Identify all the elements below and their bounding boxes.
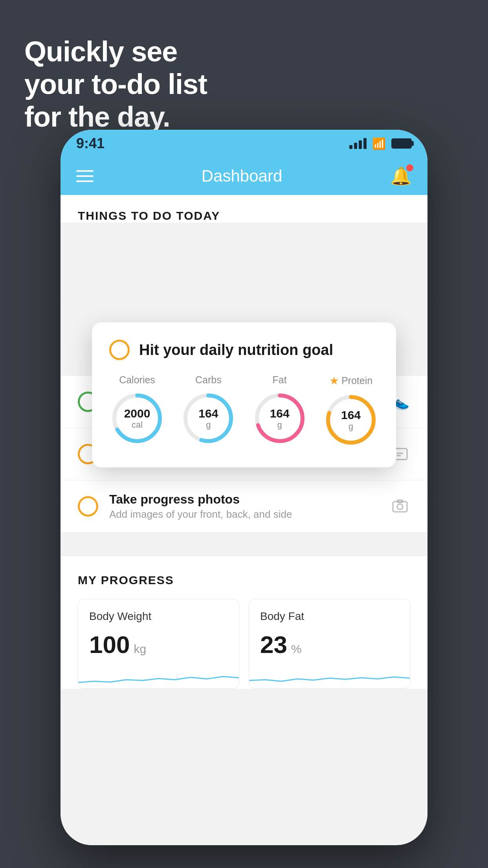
menu-button[interactable] — [76, 170, 94, 182]
body-fat-card[interactable]: Body Fat 23 % — [249, 599, 410, 689]
fat-value: 164 g — [270, 407, 290, 430]
card-title: Hit your daily nutrition goal — [139, 342, 333, 359]
card-header: Hit your daily nutrition goal — [109, 340, 379, 360]
protein-label: Protein — [341, 375, 372, 386]
notification-dot — [406, 164, 413, 171]
carbs-label: Carbs — [195, 374, 222, 386]
carbs-ring: 164 g — [180, 390, 236, 446]
body-weight-unit: kg — [134, 642, 146, 656]
body-fat-value-row: 23 % — [260, 631, 399, 658]
hero-line1: Quickly see — [24, 35, 207, 68]
protein-label-row: ★ Protein — [329, 374, 372, 387]
phone-frame: 9:41 📶 Dashboard 🔔 — [61, 130, 427, 845]
photos-text: Take progress photos Add images of your … — [109, 492, 379, 520]
fat-ring: 164 g — [252, 390, 308, 446]
svg-point-12 — [397, 504, 403, 509]
body-fat-chart — [249, 665, 410, 688]
photos-title: Take progress photos — [109, 492, 379, 507]
background: Quickly see your to-do list for the day.… — [0, 0, 488, 868]
nutrition-grid: Calories 2000 cal Carbs — [109, 374, 379, 448]
carbs-value: 164 g — [198, 407, 218, 430]
nav-bar: Dashboard 🔔 — [61, 157, 427, 195]
signal-icon — [349, 138, 367, 149]
battery-icon — [391, 138, 412, 149]
photos-circle — [78, 496, 98, 517]
photo-icon — [390, 496, 410, 517]
body-fat-value: 23 — [260, 631, 287, 658]
status-time: 9:41 — [76, 135, 105, 152]
nutrition-check-circle[interactable] — [109, 340, 130, 360]
star-icon: ★ — [329, 374, 339, 387]
nutrition-calories: Calories 2000 cal — [109, 374, 165, 448]
body-weight-value-row: 100 kg — [89, 631, 228, 658]
hero-text: Quickly see your to-do list for the day. — [24, 35, 207, 133]
progress-cards: Body Weight 100 kg Body Fat 23 — [78, 599, 410, 689]
progress-title: MY PROGRESS — [78, 574, 410, 587]
fat-label: Fat — [273, 374, 287, 386]
nutrition-carbs: Carbs 164 g — [180, 374, 236, 448]
svg-rect-11 — [393, 502, 407, 512]
things-title: THINGS TO DO TODAY — [78, 209, 220, 222]
hero-line2: your to-do list — [24, 68, 207, 101]
protein-ring: 164 g — [323, 392, 379, 448]
nutrition-fat: Fat 164 g — [252, 374, 308, 448]
nav-title: Dashboard — [202, 167, 282, 186]
body-fat-unit: % — [291, 642, 302, 656]
hero-line3: for the day. — [24, 101, 207, 133]
notification-button[interactable]: 🔔 — [390, 166, 412, 186]
status-icons: 📶 — [349, 137, 412, 150]
body-weight-chart — [78, 665, 239, 688]
wifi-icon: 📶 — [372, 137, 386, 150]
photos-subtitle: Add images of your front, back, and side — [109, 508, 379, 520]
nutrition-protein: ★ Protein 164 g — [323, 374, 379, 448]
body-weight-value: 100 — [89, 631, 130, 658]
progress-section: MY PROGRESS Body Weight 100 kg — [61, 556, 427, 689]
protein-value: 164 g — [341, 408, 361, 432]
body-fat-label: Body Fat — [260, 610, 399, 623]
todo-photos[interactable]: Take progress photos Add images of your … — [61, 480, 427, 533]
calories-ring: 2000 cal — [109, 390, 165, 446]
status-bar: 9:41 📶 — [61, 130, 427, 157]
calories-label: Calories — [119, 374, 155, 386]
calories-value: 2000 cal — [124, 407, 150, 430]
body-weight-label: Body Weight — [89, 610, 228, 623]
things-header: THINGS TO DO TODAY — [61, 195, 427, 223]
nutrition-card: Hit your daily nutrition goal Calories 2… — [92, 322, 396, 467]
body-weight-card[interactable]: Body Weight 100 kg — [78, 599, 239, 689]
